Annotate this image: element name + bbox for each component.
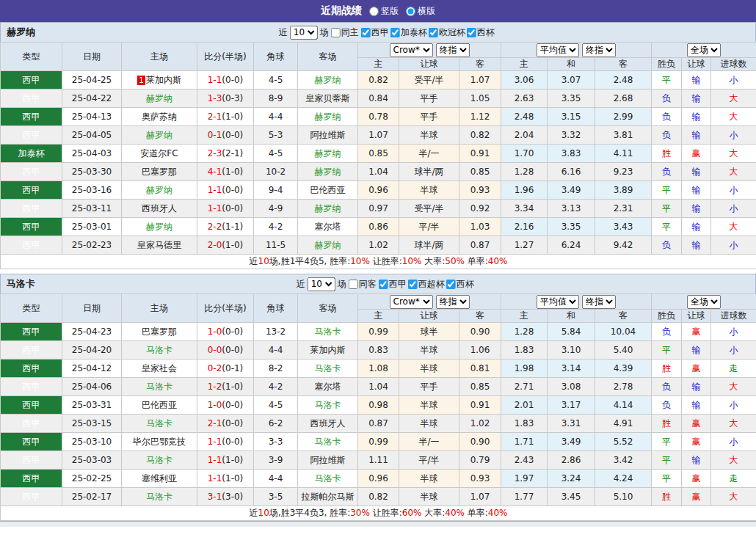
- league-filters: 西甲加泰杯欧冠杯西杯: [361, 26, 495, 39]
- handicap-cell: 半球: [399, 360, 459, 378]
- half-time-score: (0-0): [222, 185, 243, 195]
- league-checkbox[interactable]: [429, 28, 438, 37]
- league-filter[interactable]: 西杯: [446, 278, 474, 291]
- league-checkbox[interactable]: [446, 280, 456, 289]
- away-cell: 拉斯帕尔马斯: [298, 488, 358, 506]
- corners-cell: 4-5: [254, 71, 298, 90]
- summary-part: 单率:: [465, 508, 488, 518]
- final-odds-select[interactable]: 终指: [436, 295, 470, 309]
- league-filter[interactable]: 欧冠杯: [429, 26, 465, 39]
- home-team-name: 马洛卡: [146, 492, 172, 502]
- match-count-select[interactable]: 10: [290, 26, 318, 40]
- home-cell: 奥萨苏纳: [122, 108, 197, 126]
- corners-cell: 3-9: [254, 451, 298, 470]
- league-checkbox[interactable]: [390, 28, 400, 37]
- filter-controls: 近 10 场 同客 西甲西超杯西杯: [297, 277, 474, 291]
- league-filter[interactable]: 加泰杯: [390, 26, 427, 39]
- match-count-select[interactable]: 10: [308, 277, 335, 291]
- scope-select[interactable]: 全场: [687, 295, 721, 309]
- odds-away-cell: 1.03: [459, 218, 501, 236]
- match-row: 西甲25-03-01赫罗纳2-2(1-1)4-2塞尔塔0.86平/半1.032.…: [1, 218, 756, 236]
- league-filter[interactable]: 西杯: [467, 26, 495, 39]
- home-team-name: 皇家马德里: [137, 240, 181, 250]
- avg-away-cell: 3.89: [595, 181, 652, 200]
- col-score: 比分(半场): [197, 294, 254, 323]
- corners-cell: 3-3: [254, 433, 298, 451]
- match-row: 西甲25-03-03马洛卡1-1(1-0)3-9阿拉维斯1.11平/半0.792…: [1, 451, 756, 470]
- league-checkbox[interactable]: [379, 280, 388, 289]
- league-label: 加泰杯: [401, 26, 427, 39]
- avg-final-select[interactable]: 终指: [582, 43, 616, 57]
- handicap-cell: 半球: [399, 396, 459, 415]
- goals-cell: 小: [711, 126, 756, 145]
- horizontal-radio[interactable]: [406, 7, 415, 16]
- average-select[interactable]: 平均值: [537, 43, 579, 57]
- league-cell: 西甲: [1, 396, 62, 415]
- odds-home-cell: 0.82: [358, 488, 399, 506]
- half-time-score: (1-0): [222, 167, 243, 177]
- handicap-result-cell: 赢: [682, 145, 711, 163]
- odds-away-cell: 1.12: [459, 108, 501, 126]
- scope-select[interactable]: 全场: [687, 43, 721, 57]
- league-label: 欧冠杯: [439, 26, 465, 39]
- summary-part: 10%: [350, 256, 370, 266]
- odds-away-cell: 1.06: [459, 341, 501, 360]
- date-cell: 25-04-06: [62, 378, 122, 396]
- summary-part: 10%: [402, 256, 422, 266]
- corners-cell: 4-4: [254, 341, 298, 360]
- avg-final-select[interactable]: 终指: [582, 295, 616, 309]
- half-time-score: (1-1): [222, 222, 243, 232]
- goals-cell: 小: [711, 200, 756, 218]
- league-checkbox[interactable]: [408, 280, 418, 289]
- handicap-cell: 半球: [399, 488, 459, 506]
- away-team-name: 马洛卡: [315, 437, 341, 447]
- odds-away-cell: 0.85: [459, 163, 501, 181]
- handicap-cell: 半球: [399, 470, 459, 488]
- league-filter[interactable]: 西超杯: [408, 278, 445, 291]
- same-venue-checkbox[interactable]: [331, 28, 341, 37]
- avg-away-cell: 2.78: [595, 378, 652, 396]
- average-select[interactable]: 平均值: [537, 295, 579, 309]
- corners-cell: 4-4: [254, 470, 298, 488]
- handicap-result-cell: 输: [682, 218, 711, 236]
- goals-cell: 大: [711, 451, 756, 470]
- same-venue-filter[interactable]: 同主: [331, 26, 359, 39]
- avg-draw-cell: 6.16: [548, 163, 595, 181]
- odds-away-cell: 0.87: [459, 236, 501, 255]
- corners-cell: 5-3: [254, 126, 298, 145]
- same-venue-checkbox[interactable]: [349, 280, 358, 289]
- away-team-name: 皇家贝蒂斯: [306, 93, 350, 103]
- score-cell: 3-1(3-0): [197, 488, 254, 506]
- handicap-cell: 平手: [399, 90, 459, 108]
- layout-option-horizontal[interactable]: 横版: [406, 5, 435, 18]
- corners-cell: 3-5: [254, 488, 298, 506]
- avg-away-cell: 5.10: [595, 488, 652, 506]
- result-cell: 负: [652, 163, 682, 181]
- handicap-cell: 球半/两: [399, 163, 459, 181]
- league-checkbox[interactable]: [361, 28, 371, 37]
- league-filter[interactable]: 西甲: [361, 26, 389, 39]
- same-venue-filter[interactable]: 同客: [349, 278, 377, 291]
- avg-away-cell: 4.91: [595, 415, 652, 433]
- summary-part: 50%: [445, 256, 465, 266]
- layout-option-vertical[interactable]: 竖版: [369, 5, 399, 18]
- half-time-score: (1-0): [222, 473, 243, 484]
- league-filter[interactable]: 西甲: [379, 278, 407, 291]
- col-avg-draw: 和: [548, 310, 595, 323]
- goals-cell: 小: [711, 323, 756, 341]
- summary-part: 40%: [488, 508, 508, 518]
- full-time-score: 1-3: [208, 93, 222, 103]
- away-cell: 赫罗纳: [298, 71, 358, 90]
- home-team-name: 马洛卡: [146, 455, 172, 465]
- avg-draw-cell: 3.24: [548, 470, 595, 488]
- crow-select[interactable]: Crow*: [390, 295, 433, 309]
- league-checkbox[interactable]: [467, 28, 476, 37]
- vertical-radio[interactable]: [369, 7, 379, 16]
- col-away: 客场: [298, 43, 358, 71]
- crow-select[interactable]: Crow*: [390, 43, 433, 57]
- score-cell: 0-2(0-1): [197, 360, 254, 378]
- final-odds-select[interactable]: 终指: [436, 43, 470, 57]
- full-time-score: 3-1: [208, 492, 222, 502]
- goals-cell: 走: [711, 470, 756, 488]
- avg-away-cell: 5.52: [595, 433, 652, 451]
